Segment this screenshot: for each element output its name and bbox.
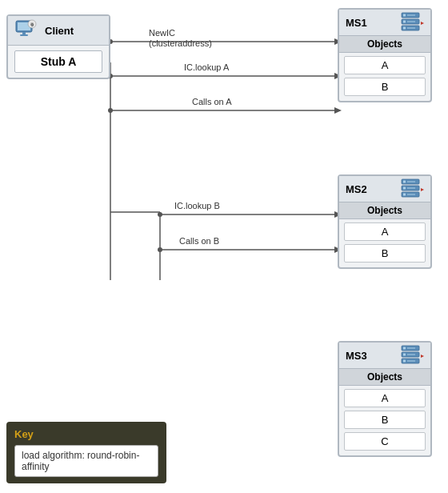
ms3-objects-label: Objects: [339, 369, 430, 386]
ms2-server-icon: [400, 178, 424, 199]
svg-rect-57: [403, 347, 406, 350]
svg-marker-55: [421, 188, 424, 191]
ms1-objects-label: Objects: [339, 36, 430, 53]
svg-rect-31: [22, 32, 26, 34]
svg-rect-32: [20, 34, 28, 36]
svg-rect-61: [407, 355, 415, 355]
svg-text:NewIC: NewIC: [149, 28, 175, 38]
svg-rect-48: [407, 182, 415, 182]
ms3-object-a: A: [344, 389, 426, 407]
diagram-area: NewIC (clusteraddress) IC.lookup A Calls…: [0, 0, 448, 493]
svg-rect-47: [403, 181, 406, 183]
client-box: ⚙ Client Stub A: [6, 14, 110, 79]
svg-text:IC.lookup A: IC.lookup A: [184, 62, 230, 72]
key-title: Key: [14, 428, 158, 440]
client-header: ⚙ Client: [8, 16, 109, 46]
key-box: Key load algorithm: round-robin-affinity: [6, 422, 166, 483]
computer-icon: ⚙: [14, 19, 40, 42]
ms3-object-c: C: [344, 432, 426, 451]
svg-rect-43: [403, 27, 406, 30]
ms3-header: MS3: [339, 343, 430, 369]
ms2-box: MS2 Objects A B: [338, 174, 432, 269]
ms2-objects-label: Objects: [339, 202, 430, 219]
client-label: Client: [45, 25, 74, 37]
ms1-box: MS1 Objects A B: [338, 8, 432, 102]
svg-marker-45: [421, 22, 424, 25]
svg-rect-37: [403, 14, 406, 17]
svg-point-26: [108, 108, 113, 113]
ms3-object-b: B: [344, 411, 426, 429]
svg-text:Calls on A: Calls on A: [192, 97, 232, 106]
svg-rect-64: [407, 361, 415, 362]
svg-rect-44: [407, 28, 415, 29]
svg-text:IC.lookup B: IC.lookup B: [174, 201, 220, 210]
ms1-header: MS1: [339, 10, 430, 36]
ms2-object-a: A: [344, 222, 426, 241]
svg-rect-50: [403, 187, 406, 190]
svg-rect-53: [403, 194, 406, 196]
ms3-box: MS3 Objects A B C: [338, 341, 432, 457]
ms2-object-b: B: [344, 244, 426, 263]
ms1-object-b: B: [344, 78, 426, 96]
svg-marker-65: [421, 355, 424, 358]
svg-rect-38: [407, 15, 415, 16]
ms1-server-icon: [400, 12, 424, 33]
svg-rect-51: [407, 188, 415, 189]
svg-marker-9: [334, 107, 342, 114]
ms1-object-a: A: [344, 56, 426, 74]
ms2-header: MS2: [339, 176, 430, 202]
svg-rect-60: [403, 354, 406, 356]
svg-rect-58: [407, 348, 415, 349]
ms3-server-icon: [400, 345, 424, 366]
svg-text:(clusteraddress): (clusteraddress): [149, 38, 212, 48]
svg-point-28: [158, 247, 162, 252]
client-body: Stub A: [8, 46, 109, 78]
svg-rect-40: [403, 21, 406, 23]
stub-box: Stub A: [14, 50, 102, 73]
svg-rect-63: [403, 360, 406, 363]
svg-point-27: [158, 212, 162, 217]
svg-text:Calls on B: Calls on B: [179, 236, 219, 246]
svg-rect-54: [407, 194, 415, 195]
key-item: load algorithm: round-robin-affinity: [14, 445, 158, 477]
svg-rect-41: [407, 22, 415, 22]
